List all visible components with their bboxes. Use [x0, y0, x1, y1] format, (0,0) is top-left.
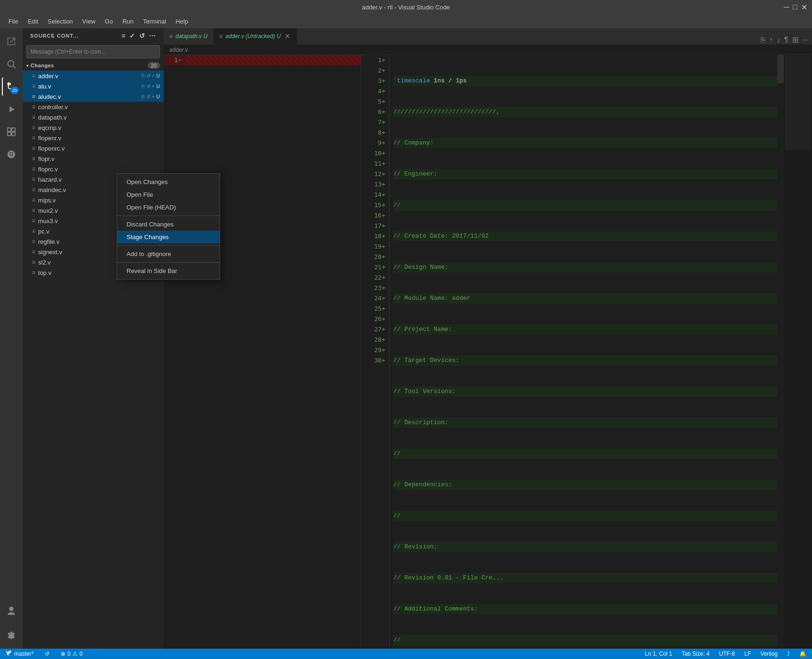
settings-activity-icon[interactable]	[2, 626, 21, 645]
close-button[interactable]: ✕	[801, 3, 807, 12]
ctx-open-file[interactable]: Open File	[117, 188, 220, 201]
file-item-floprc[interactable]: ≡ floprc.v	[23, 164, 164, 174]
stage-icon[interactable]: +	[152, 94, 155, 100]
file-item-eqcmp[interactable]: ≡ eqcmp.v	[23, 122, 164, 133]
tab-label: adder.v (Untracked) U	[225, 33, 281, 40]
menu-run[interactable]: Run	[119, 17, 137, 26]
file-name: controller.v	[38, 104, 160, 111]
status-notification-icon[interactable]: 🔔	[797, 651, 808, 657]
editor-content[interactable]: 1− 1+ 2+ 3+ 4+ 5+ 6+ 7+ 8+ 9+ 10+ 11+	[164, 55, 812, 649]
tab-adder[interactable]: ≡ adder.v (Untracked) U ✕	[214, 28, 297, 44]
tab-action-up-icon[interactable]: ↑	[769, 36, 773, 44]
account-activity-icon[interactable]	[2, 602, 21, 620]
svg-line-1	[13, 66, 16, 68]
status-language[interactable]: Verilog	[758, 651, 780, 657]
menu-help[interactable]: Help	[172, 17, 192, 26]
warnings-icon: ⚠	[72, 651, 78, 657]
menu-edit[interactable]: Edit	[24, 17, 42, 26]
sidebar-check-icon[interactable]: ✓	[129, 32, 135, 40]
feedback-icon: ⤴	[787, 651, 790, 657]
file-icon: ≡	[32, 124, 35, 131]
file-item-flopenr[interactable]: ≡ flopenr.v	[23, 133, 164, 143]
file-icon: ≡	[32, 176, 35, 183]
stage-icon[interactable]: +	[152, 73, 155, 79]
tab-action-copy-icon[interactable]: ⎘	[761, 36, 765, 44]
editor-area: ≡ datapath.v U ≡ adder.v (Untracked) U ✕…	[164, 28, 812, 649]
extensions-activity-icon[interactable]	[2, 122, 21, 141]
scrollbar-track[interactable]	[777, 55, 784, 649]
file-item-alu[interactable]: ≡ alu.v ⎘ ↺ + U	[23, 81, 164, 91]
explorer-activity-icon[interactable]	[2, 32, 21, 51]
commit-message-input[interactable]: Message (Ctrl+Enter to com...	[26, 45, 160, 58]
scrollbar-thumb[interactable]	[777, 55, 784, 83]
discard-icon[interactable]: ↺	[146, 73, 151, 79]
sidebar: SOURCE CONT... ≡ ✓ ↺ ··· Message (Ctrl+E…	[23, 28, 164, 649]
menu-file[interactable]: File	[5, 17, 22, 26]
minimap	[784, 55, 812, 649]
code-editor[interactable]: 1+ 2+ 3+ 4+ 5+ 6+ 7+ 8+ 9+ 10+ 11+ 12+ 1…	[361, 55, 812, 649]
status-tab-size[interactable]: Tab Size: 4	[680, 651, 711, 657]
status-position[interactable]: Ln 1, Col 1	[643, 651, 674, 657]
docker-activity-icon[interactable]	[2, 145, 21, 164]
run-activity-icon[interactable]	[2, 100, 21, 119]
context-menu: Open Changes Open File Open File (HEAD) …	[117, 173, 220, 280]
open-file-icon[interactable]: ⎘	[142, 94, 145, 100]
branch-name: master*	[14, 651, 33, 657]
status-line-ending[interactable]: LF	[742, 651, 753, 657]
open-file-icon[interactable]: ⎘	[142, 83, 145, 89]
stage-icon[interactable]: +	[152, 83, 155, 89]
file-actions: ⎘ ↺ + U	[142, 94, 160, 100]
tab-action-down-icon[interactable]: ↓	[777, 36, 780, 44]
tab-close-button[interactable]: ✕	[284, 32, 291, 40]
maximize-button[interactable]: □	[793, 3, 797, 12]
notification-icon: 🔔	[799, 651, 806, 657]
sidebar-view-icon[interactable]: ≡	[121, 32, 126, 40]
line-ending-text: LF	[744, 651, 751, 657]
file-item-flopenrc[interactable]: ≡ flopenrc.v	[23, 143, 164, 153]
tab-datapath[interactable]: ≡ datapath.v U	[164, 28, 214, 44]
file-name: eqcmp.v	[38, 124, 160, 131]
search-activity-icon[interactable]	[2, 55, 21, 73]
file-item-adder[interactable]: ≡ adder.v ⎘ ↺ + U	[23, 71, 164, 81]
menu-view[interactable]: View	[79, 17, 99, 26]
status-encoding[interactable]: UTF-8	[717, 651, 737, 657]
window-controls[interactable]: ─ □ ✕	[784, 3, 807, 12]
code-lines[interactable]: `timescale 1ns / 1ps ///////////////////…	[390, 55, 784, 649]
file-item-aludec[interactable]: ≡ aludec.v ⎘ ↺ + U	[23, 91, 164, 102]
menu-go[interactable]: Go	[101, 17, 117, 26]
file-icon: ≡	[32, 269, 35, 276]
discard-icon[interactable]: ↺	[146, 94, 151, 100]
sidebar-refresh-icon[interactable]: ↺	[139, 32, 145, 40]
menu-terminal[interactable]: Terminal	[139, 17, 170, 26]
untracked-badge: U	[156, 73, 160, 79]
tab-file-icon: ≡	[219, 33, 223, 40]
tab-action-more-icon[interactable]: ···	[802, 36, 808, 44]
file-item-flopr[interactable]: ≡ flopr.v	[23, 153, 164, 164]
ctx-add-gitignore[interactable]: Add to .gitignore	[117, 248, 220, 260]
file-item-controller[interactable]: ≡ controller.v	[23, 102, 164, 112]
file-item-datapath[interactable]: ≡ datapath.v	[23, 112, 164, 122]
ctx-stage-changes[interactable]: Stage Changes	[117, 231, 220, 243]
changes-header[interactable]: ▾ Changes 20	[23, 60, 164, 71]
menu-selection[interactable]: Selection	[44, 17, 76, 26]
sidebar-more-icon[interactable]: ···	[149, 32, 156, 40]
source-control-activity-icon[interactable]: 20	[2, 77, 21, 96]
minimize-button[interactable]: ─	[784, 3, 789, 12]
discard-icon[interactable]: ↺	[146, 83, 151, 89]
status-errors[interactable]: ⊗ 0 ⚠ 0	[59, 651, 84, 657]
tab-action-paragraph-icon[interactable]: ¶	[784, 36, 788, 44]
tab-action-split-icon[interactable]: ⊞	[792, 35, 798, 44]
status-branch[interactable]: master*	[4, 651, 35, 657]
status-bar: master* ↺ ⊗ 0 ⚠ 0 Ln 1, Col 1 Tab Size: …	[0, 649, 812, 659]
ctx-reveal-sidebar[interactable]: Reveal in Side Bar	[117, 265, 220, 277]
encoding-text: UTF-8	[719, 651, 735, 657]
status-sync[interactable]: ↺	[43, 651, 51, 657]
status-feedback-icon[interactable]: ⤴	[785, 651, 792, 657]
ctx-discard-changes[interactable]: Discard Changes	[117, 218, 220, 231]
file-name: flopenr.v	[38, 135, 160, 142]
ctx-open-file-head[interactable]: Open File (HEAD)	[117, 201, 220, 214]
open-file-icon[interactable]: ⎘	[142, 73, 145, 79]
ctx-open-changes[interactable]: Open Changes	[117, 176, 220, 188]
file-name: alu.v	[38, 83, 140, 90]
file-icon: ≡	[32, 238, 35, 245]
